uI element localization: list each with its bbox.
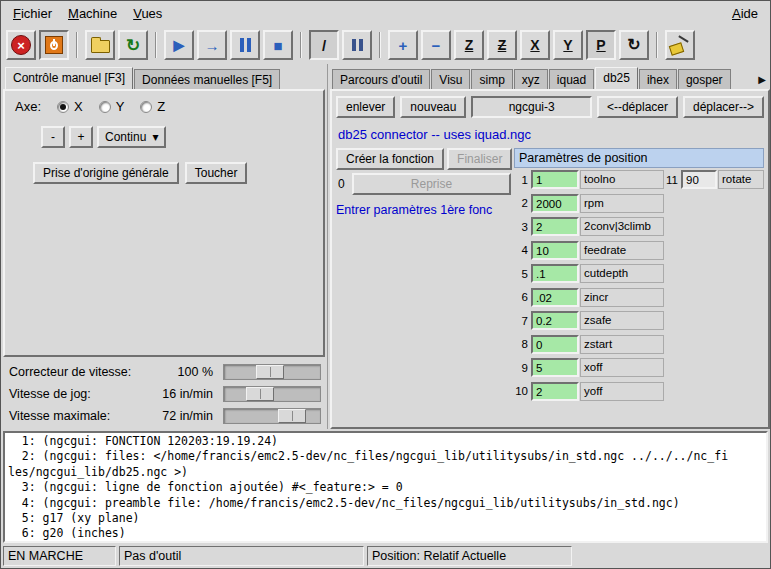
menu-machine[interactable]: Machine <box>60 3 125 24</box>
create-feature-button[interactable]: Créer la fonction <box>336 148 444 170</box>
touch-off-button[interactable]: Toucher <box>185 162 248 184</box>
axis-z-radio[interactable]: Z <box>140 99 165 114</box>
menu-vues[interactable]: Vues <box>125 3 170 24</box>
clear-backplot-button[interactable] <box>665 30 695 60</box>
param-row: 5 .1 cutdepth <box>514 262 764 286</box>
zoom-out-button[interactable]: − <box>421 30 451 60</box>
tab[interactable]: simp <box>471 69 512 89</box>
pause-button[interactable] <box>230 30 260 60</box>
slider-handle[interactable] <box>278 409 306 423</box>
max-velocity-slider[interactable] <box>223 408 321 424</box>
tab-name-entry[interactable]: ngcgui-3 <box>471 96 592 118</box>
tab[interactable]: db25 <box>595 67 638 89</box>
new-tab-button[interactable]: nouveau <box>400 96 466 118</box>
tab-label: Données manuelles [F5] <box>142 73 272 87</box>
tab-scroll-right-button[interactable]: ▶ <box>754 71 770 87</box>
move-right-button[interactable]: déplacer--> <box>683 96 764 118</box>
param-number: 1 <box>514 174 531 186</box>
open-file-button[interactable] <box>85 30 115 60</box>
reload-file-button[interactable]: ↻ <box>118 30 148 60</box>
param-value-entry[interactable]: 1 <box>531 170 579 189</box>
jog-plus-button[interactable]: + <box>69 126 93 148</box>
estop-button[interactable]: × <box>6 30 36 60</box>
manual-control-frame: Axe: X Y Z <box>3 89 325 357</box>
jog-increment-select[interactable]: Continu ▾ <box>97 126 166 148</box>
tab[interactable]: gosper <box>678 69 731 89</box>
view-y-icon: Y <box>563 38 572 52</box>
param-value-entry[interactable]: 0 <box>531 335 579 354</box>
feed-override-slider[interactable] <box>223 364 321 380</box>
param-row: 9 5 xoff <box>514 356 764 380</box>
zoom-in-button[interactable]: + <box>388 30 418 60</box>
restart-button[interactable]: Reprise <box>352 173 511 195</box>
tab-manual-control[interactable]: Contrôle manuel [F3] <box>5 67 133 89</box>
jog-controls: - + Continu ▾ <box>41 126 313 148</box>
view-x-icon: X <box>530 38 539 52</box>
folder-icon <box>91 40 110 53</box>
stop-button[interactable]: ■ <box>263 30 293 60</box>
menu-fichier[interactable]: Fichier <box>5 3 60 24</box>
slider-handle[interactable] <box>256 365 284 379</box>
machine-power-button[interactable] <box>39 30 69 60</box>
axis-label: Axe: <box>15 99 41 114</box>
move-left-button[interactable]: <--déplacer <box>597 96 678 118</box>
param-name-label: rpm <box>580 194 664 213</box>
view-p-icon: P <box>596 38 605 52</box>
run-program-button[interactable]: ▶ <box>164 30 194 60</box>
tab-mdi[interactable]: Données manuelles [F5] <box>134 69 280 89</box>
tab[interactable]: xyz <box>514 69 548 89</box>
ngcgui-status-hint: Entrer paramètres 1ère fonc <box>336 203 511 217</box>
param-number: 8 <box>514 338 531 350</box>
param-value-entry[interactable]: 0.2 <box>531 311 579 330</box>
param-value-entry[interactable]: 90 <box>681 170 717 189</box>
param-value-entry[interactable]: 5 <box>531 358 579 377</box>
step-line-button[interactable]: → <box>197 30 227 60</box>
optional-pause-toggle[interactable] <box>342 30 372 60</box>
tab[interactable]: iquad <box>549 69 594 89</box>
view-side-button[interactable]: X <box>520 30 550 60</box>
param-value-entry[interactable]: .1 <box>531 264 579 283</box>
view-front-button[interactable]: Y <box>553 30 583 60</box>
finalize-button[interactable]: Finaliser <box>447 148 512 170</box>
param-value-entry[interactable]: 2 <box>531 217 579 236</box>
home-all-button[interactable]: Prise d'origine générale <box>33 162 179 184</box>
tab[interactable]: ihex <box>639 69 677 89</box>
right-tabbar: Parcours d'outil Visu simp xyz <box>330 66 770 89</box>
feature-count: 0 <box>336 177 352 191</box>
gcode-text-area[interactable]: 1: (ngcgui: FONCTION 120203:19.19.24) 2:… <box>3 431 768 543</box>
remove-tab-button[interactable]: enlever <box>336 96 395 118</box>
jog-increment-value: Continu <box>105 130 146 144</box>
axis-y-radio[interactable]: Y <box>99 99 125 114</box>
tab[interactable]: Parcours d'outil <box>332 69 430 89</box>
tab-label: xyz <box>522 73 540 87</box>
slash-icon: / <box>322 38 326 53</box>
param-value-entry[interactable]: 2 <box>531 382 579 401</box>
param-name-label: feedrate <box>580 241 664 260</box>
param-name-label: zstart <box>580 335 664 354</box>
param-value-entry[interactable]: 10 <box>531 241 579 260</box>
param-number: 7 <box>514 315 531 327</box>
param-value-entry[interactable]: .02 <box>531 288 579 307</box>
view-rotated-top-button[interactable]: Z <box>487 30 517 60</box>
param-name-label: cutdepth <box>580 264 664 283</box>
view-perspective-button[interactable]: P <box>586 30 616 60</box>
menu-aide[interactable]: Aide <box>724 3 766 24</box>
jog-speed-slider[interactable] <box>223 386 321 402</box>
param-number: 4 <box>514 244 531 256</box>
slider-handle[interactable] <box>246 387 274 401</box>
broom-icon <box>669 34 691 56</box>
tab-label: db25 <box>603 71 630 85</box>
tab-label: gosper <box>686 73 723 87</box>
param-row: 6 .02 zincr <box>514 286 764 310</box>
toolbar-separator <box>379 32 381 58</box>
rotate-view-button[interactable]: ↻ <box>619 30 649 60</box>
power-icon <box>45 36 63 54</box>
jog-minus-button[interactable]: - <box>41 126 65 148</box>
override-sliders: Correcteur de vitesse: 100 % Vitesse de … <box>3 357 325 429</box>
tab[interactable]: Visu <box>431 69 470 89</box>
skip-lines-toggle[interactable]: / <box>309 30 339 60</box>
view-top-button[interactable]: Z <box>454 30 484 60</box>
axis-x-radio[interactable]: X <box>57 99 83 114</box>
estop-icon: × <box>11 35 31 55</box>
param-value-entry[interactable]: 2000 <box>531 194 579 213</box>
